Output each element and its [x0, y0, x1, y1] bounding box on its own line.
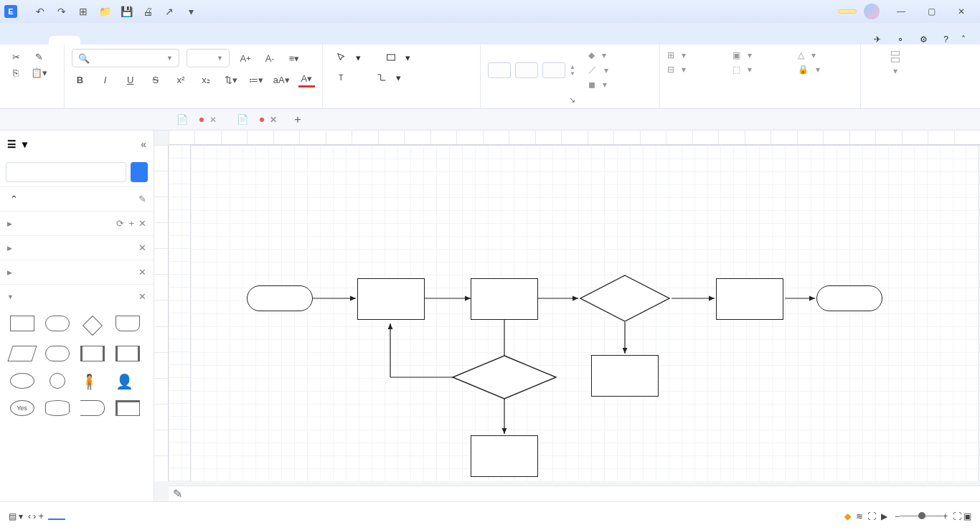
shape-process-2[interactable] — [39, 311, 75, 341]
select-tool[interactable]: ▾ — [330, 49, 367, 66]
case-change[interactable]: aA▾ — [273, 72, 290, 87]
drawing-page[interactable] — [190, 145, 979, 481]
node-decision2[interactable] — [451, 354, 558, 401]
bullets[interactable]: ≔▾ — [248, 72, 265, 87]
presentation-icon[interactable]: ▶ — [881, 511, 887, 521]
color-palette[interactable]: ✎ — [169, 486, 980, 501]
close-button[interactable]: ✕ — [947, 3, 976, 20]
lib-my-library[interactable]: ▶⟳+✕ — [0, 211, 154, 235]
tab-file[interactable] — [17, 36, 49, 44]
style-2[interactable] — [515, 62, 538, 78]
layers-icon[interactable]: ≋ — [856, 511, 863, 521]
tab-design[interactable] — [112, 36, 143, 44]
tab-advanced[interactable] — [207, 36, 238, 44]
shape-yesno[interactable]: Yes — [4, 396, 39, 423]
tab-home[interactable] — [49, 36, 80, 44]
lock-button[interactable]: 🔒 ▾ — [798, 63, 853, 76]
style-1[interactable] — [488, 62, 511, 78]
shape-people-2[interactable]: 👤 — [110, 369, 145, 396]
tab-symbols[interactable] — [175, 36, 207, 44]
font-select[interactable]: 🔍 ▼ — [72, 49, 179, 67]
format-painter-button[interactable]: ✎ — [30, 49, 47, 65]
symbol-search-input[interactable] — [6, 162, 126, 182]
shape-predefined[interactable] — [110, 341, 145, 369]
trial-banner[interactable] — [838, 9, 857, 14]
shape-internal[interactable] — [110, 396, 145, 423]
line-spacing[interactable]: ⇅▾ — [223, 72, 240, 87]
add-tab-button[interactable]: + — [287, 113, 308, 126]
style-3[interactable] — [542, 62, 565, 78]
tab-insert[interactable] — [80, 36, 112, 44]
minimize-button[interactable]: — — [887, 3, 915, 20]
collapse-panel-button[interactable]: « — [141, 138, 146, 150]
page-select[interactable]: ▾ — [19, 511, 23, 521]
subscript-button[interactable]: x₂ — [197, 72, 214, 87]
ribbon-collapse[interactable]: ˄ — [961, 34, 966, 44]
page-layout-icon[interactable]: ▤ — [9, 511, 17, 521]
manage-library-button[interactable]: ✎ — [138, 194, 146, 204]
copy-button[interactable]: ⎘ — [7, 65, 24, 80]
shape-decision[interactable] — [75, 311, 110, 341]
shadow-button[interactable]: ◼ ▾ — [588, 78, 608, 91]
zoom-slider[interactable] — [900, 515, 943, 517]
add-page[interactable]: + — [39, 511, 44, 521]
line-button[interactable]: ／ ▾ — [588, 62, 608, 77]
replace-shape-button[interactable]: ▾ — [868, 49, 923, 76]
zoom-in[interactable]: + — [943, 511, 948, 521]
shape-start-circle[interactable] — [39, 369, 75, 396]
align-para[interactable]: ≡▾ — [286, 50, 303, 66]
shape-data[interactable] — [4, 341, 39, 369]
help-button[interactable]: ? — [943, 34, 948, 44]
next-page[interactable]: › — [33, 511, 36, 521]
share-button[interactable]: ⚬ — [897, 34, 907, 44]
lib-arrow-shapes[interactable]: ▶✕ — [0, 235, 154, 260]
save-button[interactable]: 💾 — [118, 3, 135, 20]
tab-view[interactable] — [143, 36, 175, 44]
node-proc3[interactable] — [716, 278, 783, 320]
underline-button[interactable]: U — [122, 72, 138, 87]
connector-tool[interactable]: ▾ — [370, 69, 407, 86]
fullscreen-icon[interactable]: ▣ — [963, 511, 971, 521]
shape-people-1[interactable]: 🧍 — [75, 369, 110, 396]
fill-button[interactable]: ◆ ▾ — [588, 49, 608, 62]
page-tab[interactable] — [48, 513, 65, 520]
group-button[interactable]: ▣ ▾ — [732, 49, 788, 62]
italic-button[interactable]: I — [97, 72, 113, 87]
print-button[interactable]: 🖨 — [139, 3, 156, 20]
prev-page[interactable]: ‹ — [28, 511, 31, 521]
publish-button[interactable]: ✈ — [874, 34, 884, 44]
more-symbols-button[interactable]: ▾ — [22, 138, 27, 150]
increase-font[interactable]: A+ — [237, 50, 254, 66]
shape-document[interactable] — [110, 311, 145, 341]
undo-button[interactable]: ↶ — [32, 3, 49, 20]
close-tab-2[interactable]: ✕ — [270, 115, 277, 125]
shape-startend[interactable] — [39, 341, 75, 369]
node-proc2[interactable] — [471, 278, 538, 320]
font-size-select[interactable]: ▼ — [187, 49, 230, 67]
options-button[interactable]: ⚙ — [920, 34, 930, 44]
lib-basic-flowchart[interactable]: ▼✕ — [0, 284, 154, 308]
shape-stored[interactable] — [75, 396, 110, 423]
node-decision1[interactable] — [578, 273, 672, 323]
cut-button[interactable]: ✂ — [7, 49, 24, 65]
node-start[interactable] — [247, 285, 313, 311]
paste-button[interactable]: 📋▾ — [30, 65, 47, 80]
close-tab-1[interactable]: ✕ — [209, 115, 217, 125]
fit-page-icon[interactable]: ⛶ — [953, 511, 961, 521]
node-proc5[interactable] — [471, 435, 538, 477]
rotate-button[interactable]: △ ▾ — [798, 49, 853, 62]
align-button[interactable]: ⊟ ▾ — [667, 63, 722, 76]
open-button[interactable]: 📁 — [96, 3, 113, 20]
font-color[interactable]: A▾ — [298, 72, 315, 87]
shape-tool[interactable]: ▾ — [380, 49, 416, 66]
doc-tab-1[interactable]: 📄 ✕ — [166, 109, 227, 130]
export-button[interactable]: ↗ — [161, 3, 178, 20]
lib-callouts[interactable]: ▶✕ — [0, 260, 154, 284]
shape-subprocess[interactable] — [75, 341, 110, 369]
node-end[interactable] — [816, 285, 882, 311]
position-button[interactable]: ⊞ ▾ — [667, 49, 722, 62]
user-avatar[interactable] — [864, 4, 880, 19]
new-button[interactable]: ⊞ — [75, 3, 92, 20]
redo-button[interactable]: ↷ — [53, 3, 70, 20]
canvas-area[interactable] — [169, 145, 980, 481]
